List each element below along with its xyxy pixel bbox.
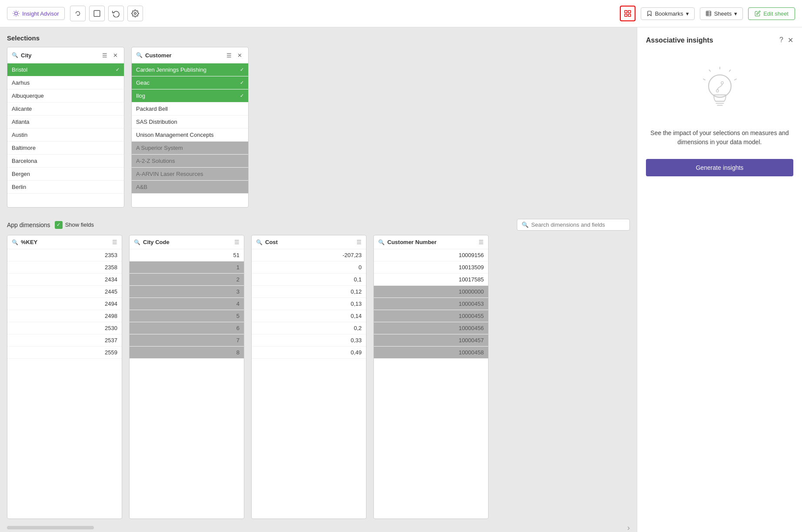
custnum-cell-1[interactable]: 10009156 [374,249,488,261]
generate-insights-button[interactable]: Generate insights [646,159,793,176]
show-fields-label: Show fields [65,221,94,228]
customer-item-andb[interactable]: A&B [132,181,248,194]
city-item-berlin[interactable]: Berlin [7,181,124,194]
citycode-cell-5[interactable]: 5 [130,310,244,322]
cost-cell-5[interactable]: 0,13 [252,298,366,310]
custnum-cell-4[interactable]: 10000000 [374,286,488,298]
cost-cell-3[interactable]: 0,1 [252,274,366,286]
city-filter-title: City [21,52,98,59]
custnum-cell-6[interactable]: 10000455 [374,310,488,322]
cost-cell-6[interactable]: 0,14 [252,310,366,322]
settings-button[interactable] [127,6,143,21]
insight-advisor-button[interactable]: Insight Advisor [7,7,65,20]
custnum-cell-8[interactable]: 10000457 [374,334,488,347]
cost-cell-9[interactable]: 0,49 [252,347,366,359]
show-fields-toggle[interactable]: ✓ Show fields [55,221,94,229]
sheets-button[interactable]: Sheets ▾ [700,7,743,20]
dim-box-key-list-icon[interactable]: ☰ [112,239,117,245]
customer-item-superior[interactable]: A Superior System [132,142,248,155]
citycode-cell-4[interactable]: 4 [130,298,244,310]
sheets-icon [705,10,712,17]
city-item-barcelona[interactable]: Barcelona [7,155,124,168]
key-cell-8[interactable]: 2537 [7,334,122,347]
key-cell-5[interactable]: 2494 [7,298,122,310]
cost-cell-7[interactable]: 0,2 [252,322,366,334]
svg-rect-13 [625,14,627,17]
scroll-right-arrow[interactable]: › [627,523,630,532]
topbar-left: Insight Advisor [7,6,615,21]
city-item-bristol[interactable]: Bristol ✓ [7,63,124,76]
dim-box-key: 🔍 %KEY ☰ 2353 2358 2434 2445 2494 2498 2… [7,235,122,519]
key-cell-6[interactable]: 2498 [7,310,122,322]
rotate-icon [112,10,120,17]
cost-cell-8[interactable]: 0,33 [252,334,366,347]
dim-search-input[interactable] [531,221,625,228]
lasso-select-button[interactable] [70,6,86,21]
insight-illustration [646,66,793,118]
citycode-cell-2[interactable]: 2 [130,274,244,286]
key-cell-3[interactable]: 2434 [7,274,122,286]
city-item-austin[interactable]: Austin [7,129,124,142]
svg-point-0 [15,12,18,15]
customer-search-icon: 🔍 [136,52,143,58]
citycode-cell-1[interactable]: 1 [130,261,244,274]
bookmarks-button[interactable]: Bookmarks ▾ [641,7,695,20]
customer-item-ilog[interactable]: Ilog ✓ [132,89,248,102]
city-item-bergen[interactable]: Bergen [7,168,124,181]
right-header-icons: ? ✕ [779,36,793,44]
city-item-baltimore[interactable]: Baltimore [7,142,124,155]
custnum-cell-9[interactable]: 10000458 [374,347,488,359]
city-close-icon[interactable]: ✕ [111,51,120,59]
customer-list-icon[interactable]: ☰ [225,51,233,59]
filter-boxes: 🔍 City ☰ ✕ Bristol ✓ Aarhus Albuquerque … [7,47,630,208]
citycode-cell-6[interactable]: 6 [130,322,244,334]
dim-box-cost-list-icon[interactable]: ☰ [356,239,362,245]
customer-item-sas[interactable]: SAS Distribution [132,116,248,129]
citycode-cell-7[interactable]: 7 [130,334,244,347]
show-fields-checkbox[interactable]: ✓ [55,221,63,229]
bookmark-icon [646,10,652,17]
customer-close-icon[interactable]: ✕ [235,51,244,59]
custnum-cell-7[interactable]: 10000456 [374,322,488,334]
citycode-cell-3[interactable]: 3 [130,286,244,298]
cost-cell-4[interactable]: 0,12 [252,286,366,298]
rectangle-select-button[interactable] [89,6,105,21]
cost-cell-2[interactable]: 0 [252,261,366,274]
key-cell-1[interactable]: 2353 [7,249,122,261]
key-cell-9[interactable]: 2559 [7,347,122,359]
city-item-aarhus[interactable]: Aarhus [7,76,124,89]
city-item-atlanta[interactable]: Atlanta [7,116,124,129]
custnum-cell-2[interactable]: 10013509 [374,261,488,274]
svg-line-20 [729,69,731,72]
citycode-cell-51[interactable]: 51 [130,249,244,261]
customer-item-packard[interactable]: Packard Bell [132,102,248,116]
rotate-button[interactable] [108,6,124,21]
customer-item-unison[interactable]: Unison Management Concepts [132,129,248,142]
close-panel-icon[interactable]: ✕ [788,36,793,44]
cost-cell-1[interactable]: -207,23 [252,249,366,261]
help-icon[interactable]: ? [779,36,783,44]
city-item-alicante[interactable]: Alicante [7,102,124,116]
key-cell-2[interactable]: 2358 [7,261,122,274]
lightbulb-svg [698,66,742,118]
edit-sheet-button[interactable]: Edit sheet [748,7,795,20]
custnum-cell-5[interactable]: 10000453 [374,298,488,310]
insight-advisor-icon [13,10,20,17]
grid-view-button[interactable] [620,6,636,21]
city-list-icon[interactable]: ☰ [100,51,109,59]
customer-item-aarvin[interactable]: A-ARVIN Laser Resources [132,168,248,181]
app-dimensions-bar: App dimensions ✓ Show fields 🔍 [0,215,637,235]
customer-item-geac[interactable]: Geac ✓ [132,76,248,89]
customer-item-carden[interactable]: Carden Jennings Publishing ✓ [132,63,248,76]
city-item-albuquerque[interactable]: Albuquerque [7,89,124,102]
key-cell-7[interactable]: 2530 [7,322,122,334]
dim-search-box[interactable]: 🔍 [517,219,630,231]
dim-box-customernumber-list-icon[interactable]: ☰ [479,239,484,245]
custnum-cell-3[interactable]: 10017585 [374,274,488,286]
key-cell-4[interactable]: 2445 [7,286,122,298]
citycode-cell-8[interactable]: 8 [130,347,244,359]
horizontal-scrollbar[interactable] [7,526,94,529]
customer-item-a2z[interactable]: A-2-Z Solutions [132,155,248,168]
svg-rect-12 [628,10,630,13]
dim-box-citycode-list-icon[interactable]: ☰ [234,239,240,245]
